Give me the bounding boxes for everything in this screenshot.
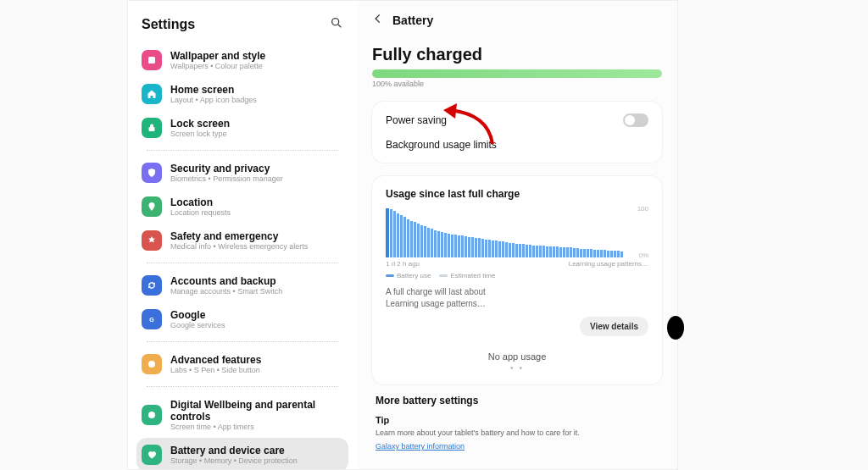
tip-link[interactable]: Galaxy battery information [376, 442, 465, 451]
home-icon [142, 84, 162, 104]
more-battery-settings[interactable]: More battery settings [372, 384, 662, 412]
chart-bar [475, 238, 477, 257]
settings-sidebar: Settings Wallpaper and style Wallpapers … [128, 1, 357, 469]
chart-bar [580, 249, 582, 257]
search-icon[interactable] [330, 16, 343, 33]
chart-bar [532, 246, 535, 258]
g-icon: G [142, 309, 162, 329]
settings-item-star[interactable]: Advanced features Labs • S Pen • Side bu… [136, 347, 348, 381]
chart-bar [400, 215, 403, 257]
settings-item-title: Safety and emergency [170, 230, 308, 242]
chart-bar [607, 251, 609, 257]
settings-item-pin[interactable]: Location Location requests [136, 190, 348, 224]
chart-bar [444, 233, 447, 257]
settings-item-title: Digital Wellbeing and parental controls [170, 399, 343, 423]
chart-bar [593, 250, 596, 257]
chart-bar [485, 240, 487, 257]
wellbeing-icon [142, 405, 162, 425]
settings-item-wallpaper[interactable]: Wallpaper and style Wallpapers • Colour … [136, 43, 348, 77]
charge-desc-line-2: Learning usage patterns… [386, 298, 648, 310]
bg-usage-limits-row[interactable]: Background usage limits [386, 139, 648, 151]
chart-bar [424, 226, 426, 257]
settings-item-title: Home screen [170, 84, 257, 96]
chart-bar [403, 217, 406, 257]
settings-item-sos[interactable]: Safety and emergency Medical info • Wire… [136, 224, 348, 257]
chart-bar [570, 247, 572, 257]
chart-bar [427, 228, 430, 257]
chart-bar [590, 249, 593, 257]
chart-bar [597, 250, 599, 257]
chart-bar [505, 242, 508, 257]
chart-bar [407, 219, 409, 257]
settings-item-title: Wallpaper and style [170, 50, 265, 62]
settings-item-heart[interactable]: Battery and device care Storage • Memory… [136, 438, 348, 469]
chart-bar [509, 243, 511, 257]
chart-bar [390, 209, 392, 257]
settings-title: Settings [142, 17, 195, 32]
chart-bar [495, 241, 498, 257]
battery-progress-bar [372, 69, 662, 78]
chart-bar [559, 247, 562, 257]
chart-bar [587, 249, 589, 257]
svg-point-0 [332, 19, 339, 25]
chart-bar [583, 249, 586, 257]
settings-item-sub: Labs • S Pen • Side button [170, 366, 261, 374]
settings-divider [147, 341, 338, 342]
settings-item-shield[interactable]: Security and privacy Biometrics • Permis… [136, 156, 348, 190]
y-axis-bottom-label: 0% [638, 252, 648, 259]
settings-item-sync[interactable]: Accounts and backup Manage accounts • Sm… [136, 268, 348, 302]
settings-item-title: Location [170, 196, 231, 208]
chart-bar [536, 246, 538, 258]
settings-item-g[interactable]: G Google Google services [136, 302, 348, 336]
settings-item-sub: Layout • App icon badges [170, 96, 257, 104]
svg-point-7 [148, 412, 155, 418]
power-saving-toggle[interactable] [623, 113, 648, 127]
svg-rect-3 [149, 127, 155, 131]
settings-item-home[interactable]: Home screen Layout • App icon badges [136, 77, 348, 111]
power-options-card: Power saving Background usage limits [372, 102, 662, 163]
chart-bar [397, 213, 399, 257]
svg-rect-2 [148, 57, 155, 64]
chart-bar [529, 245, 531, 257]
settings-item-title: Google [170, 309, 225, 321]
edge-handle [667, 316, 684, 340]
chart-bar [522, 244, 525, 257]
chart-bar [614, 251, 616, 257]
settings-item-title: Security and privacy [170, 163, 283, 174]
chart-bar [448, 234, 450, 257]
tip-section: Tip Learn more about your tablet's batte… [372, 415, 662, 452]
star-icon [142, 354, 162, 374]
chart-bar [563, 247, 565, 257]
sos-icon [142, 230, 162, 251]
chart-bar [546, 246, 548, 257]
chart-bar [549, 246, 552, 257]
settings-item-lock[interactable]: Lock screen Screen lock type [136, 111, 348, 145]
settings-item-sub: Wallpapers • Colour palette [170, 62, 265, 70]
power-saving-row[interactable]: Power saving [386, 113, 648, 127]
tip-text: Learn more about your tablet's battery a… [376, 429, 659, 437]
svg-text:G: G [149, 317, 154, 323]
back-icon[interactable] [372, 13, 384, 28]
settings-item-sub: Biometrics • Permission manager [170, 174, 283, 183]
sync-icon [142, 275, 162, 296]
chart-bar [458, 235, 460, 257]
chart-bar [600, 250, 603, 257]
chart-bar [498, 241, 501, 257]
settings-divider [147, 150, 338, 151]
no-app-usage-text: No app usage [386, 351, 648, 362]
settings-item-sub: Screen lock type [170, 130, 230, 138]
chart-bar [393, 211, 396, 257]
chart-bar [492, 241, 494, 257]
chart-bar [566, 247, 569, 257]
chart-bar [461, 235, 464, 257]
chart-bar [512, 243, 515, 257]
chart-bar [573, 248, 576, 257]
battery-available-text: 100% available [372, 80, 662, 88]
usage-card: Usage since last full charge 100 0% 1 d … [372, 176, 662, 384]
chart-bar [478, 238, 481, 257]
chart-bar [417, 224, 420, 257]
view-details-button[interactable]: View details [580, 317, 648, 336]
settings-item-wellbeing[interactable]: Digital Wellbeing and parental controls … [136, 392, 348, 438]
chart-bar [386, 208, 389, 257]
chart-bar [488, 240, 491, 257]
